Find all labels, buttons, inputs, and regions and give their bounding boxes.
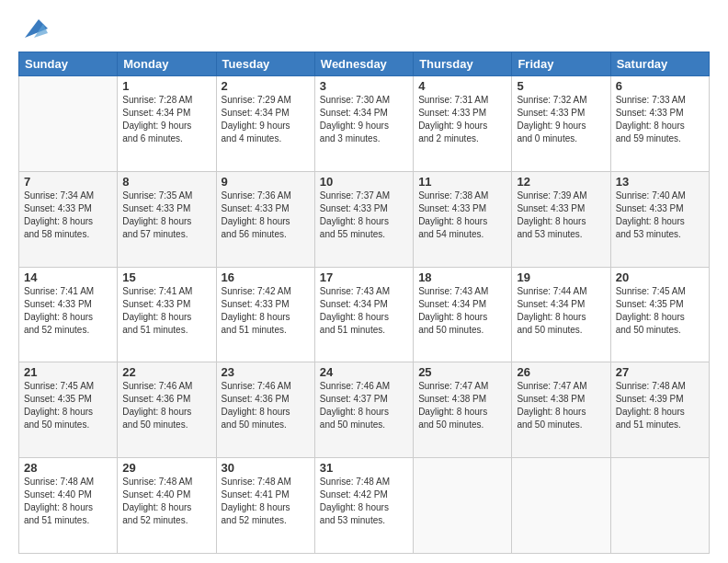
day-number: 30 (222, 461, 310, 475)
table-row: 25Sunrise: 7:47 AM Sunset: 4:38 PM Dayli… (414, 362, 512, 458)
calendar-header-row: SundayMondayTuesdayWednesdayThursdayFrid… (19, 52, 710, 76)
table-row: 14Sunrise: 7:41 AM Sunset: 4:33 PM Dayli… (19, 267, 118, 362)
day-info: Sunrise: 7:38 AM Sunset: 4:33 PM Dayligh… (418, 190, 506, 241)
calendar-header-thursday: Thursday (414, 52, 512, 76)
table-row: 26Sunrise: 7:47 AM Sunset: 4:38 PM Dayli… (512, 362, 610, 458)
day-number: 22 (122, 365, 210, 379)
day-info: Sunrise: 7:41 AM Sunset: 4:33 PM Dayligh… (122, 285, 210, 337)
day-number: 27 (616, 365, 704, 379)
calendar-week-1: 1Sunrise: 7:28 AM Sunset: 4:34 PM Daylig… (19, 76, 710, 172)
day-number: 4 (418, 79, 506, 93)
day-number: 6 (616, 79, 704, 93)
table-row: 24Sunrise: 7:46 AM Sunset: 4:37 PM Dayli… (314, 362, 413, 458)
day-info: Sunrise: 7:44 AM Sunset: 4:34 PM Dayligh… (517, 285, 605, 337)
day-number: 24 (320, 365, 408, 379)
table-row: 9Sunrise: 7:36 AM Sunset: 4:33 PM Daylig… (216, 171, 314, 267)
day-number: 10 (320, 175, 408, 189)
table-row: 6Sunrise: 7:33 AM Sunset: 4:33 PM Daylig… (610, 76, 709, 172)
day-info: Sunrise: 7:32 AM Sunset: 4:33 PM Dayligh… (517, 94, 605, 145)
day-number: 13 (616, 175, 704, 189)
day-number: 5 (517, 79, 605, 93)
day-number: 29 (122, 461, 210, 475)
table-row: 13Sunrise: 7:40 AM Sunset: 4:33 PM Dayli… (610, 171, 709, 267)
day-info: Sunrise: 7:48 AM Sunset: 4:40 PM Dayligh… (122, 476, 210, 527)
day-info: Sunrise: 7:36 AM Sunset: 4:33 PM Dayligh… (222, 190, 310, 241)
day-number: 19 (517, 270, 605, 284)
day-number: 11 (418, 175, 506, 189)
calendar-header-friday: Friday (512, 52, 610, 76)
day-number: 20 (616, 270, 704, 284)
table-row: 1Sunrise: 7:28 AM Sunset: 4:34 PM Daylig… (118, 76, 216, 172)
day-number: 12 (517, 175, 605, 189)
day-info: Sunrise: 7:45 AM Sunset: 4:35 PM Dayligh… (616, 285, 704, 337)
day-info: Sunrise: 7:40 AM Sunset: 4:33 PM Dayligh… (616, 190, 704, 241)
table-row: 17Sunrise: 7:43 AM Sunset: 4:34 PM Dayli… (314, 267, 413, 362)
table-row: 31Sunrise: 7:48 AM Sunset: 4:42 PM Dayli… (314, 458, 413, 554)
table-row: 23Sunrise: 7:46 AM Sunset: 4:36 PM Dayli… (216, 362, 314, 458)
day-info: Sunrise: 7:47 AM Sunset: 4:38 PM Dayligh… (418, 380, 506, 431)
calendar-header-monday: Monday (118, 52, 216, 76)
day-info: Sunrise: 7:41 AM Sunset: 4:33 PM Dayligh… (24, 285, 112, 337)
day-number: 7 (24, 175, 112, 189)
calendar-header-tuesday: Tuesday (216, 52, 314, 76)
day-info: Sunrise: 7:29 AM Sunset: 4:34 PM Dayligh… (222, 94, 310, 145)
day-number: 16 (222, 270, 310, 284)
table-row: 20Sunrise: 7:45 AM Sunset: 4:35 PM Dayli… (610, 267, 709, 362)
calendar-header-sunday: Sunday (19, 52, 118, 76)
calendar-table: SundayMondayTuesdayWednesdayThursdayFrid… (18, 52, 710, 554)
day-number: 14 (24, 270, 112, 284)
day-info: Sunrise: 7:45 AM Sunset: 4:35 PM Dayligh… (24, 380, 112, 431)
page: SundayMondayTuesdayWednesdayThursdayFrid… (0, 0, 728, 563)
calendar-week-5: 28Sunrise: 7:48 AM Sunset: 4:40 PM Dayli… (19, 458, 710, 554)
table-row: 16Sunrise: 7:42 AM Sunset: 4:33 PM Dayli… (216, 267, 314, 362)
calendar-week-3: 14Sunrise: 7:41 AM Sunset: 4:33 PM Dayli… (19, 267, 710, 362)
day-info: Sunrise: 7:37 AM Sunset: 4:33 PM Dayligh… (320, 190, 408, 241)
day-number: 21 (24, 365, 112, 379)
table-row (414, 458, 512, 554)
table-row: 2Sunrise: 7:29 AM Sunset: 4:34 PM Daylig… (216, 76, 314, 172)
day-info: Sunrise: 7:48 AM Sunset: 4:41 PM Dayligh… (222, 476, 310, 527)
table-row: 27Sunrise: 7:48 AM Sunset: 4:39 PM Dayli… (610, 362, 709, 458)
table-row: 10Sunrise: 7:37 AM Sunset: 4:33 PM Dayli… (314, 171, 413, 267)
day-number: 23 (222, 365, 310, 379)
day-info: Sunrise: 7:43 AM Sunset: 4:34 PM Dayligh… (320, 285, 408, 337)
day-number: 17 (320, 270, 408, 284)
day-number: 18 (418, 270, 506, 284)
day-info: Sunrise: 7:35 AM Sunset: 4:33 PM Dayligh… (122, 190, 210, 241)
table-row: 30Sunrise: 7:48 AM Sunset: 4:41 PM Dayli… (216, 458, 314, 554)
table-row (610, 458, 709, 554)
table-row: 4Sunrise: 7:31 AM Sunset: 4:33 PM Daylig… (414, 76, 512, 172)
day-number: 25 (418, 365, 506, 379)
table-row: 18Sunrise: 7:43 AM Sunset: 4:34 PM Dayli… (414, 267, 512, 362)
table-row: 11Sunrise: 7:38 AM Sunset: 4:33 PM Dayli… (414, 171, 512, 267)
table-row: 12Sunrise: 7:39 AM Sunset: 4:33 PM Dayli… (512, 171, 610, 267)
table-row (19, 76, 118, 172)
table-row: 21Sunrise: 7:45 AM Sunset: 4:35 PM Dayli… (19, 362, 118, 458)
day-info: Sunrise: 7:46 AM Sunset: 4:36 PM Dayligh… (122, 380, 210, 431)
calendar-week-4: 21Sunrise: 7:45 AM Sunset: 4:35 PM Dayli… (19, 362, 710, 458)
table-row: 3Sunrise: 7:30 AM Sunset: 4:34 PM Daylig… (314, 76, 413, 172)
day-info: Sunrise: 7:33 AM Sunset: 4:33 PM Dayligh… (616, 94, 704, 145)
day-info: Sunrise: 7:46 AM Sunset: 4:37 PM Dayligh… (320, 380, 408, 431)
day-info: Sunrise: 7:31 AM Sunset: 4:33 PM Dayligh… (418, 94, 506, 145)
day-info: Sunrise: 7:30 AM Sunset: 4:34 PM Dayligh… (320, 94, 408, 145)
calendar-header-wednesday: Wednesday (314, 52, 413, 76)
logo (18, 15, 48, 42)
table-row: 28Sunrise: 7:48 AM Sunset: 4:40 PM Dayli… (19, 458, 118, 554)
table-row: 19Sunrise: 7:44 AM Sunset: 4:34 PM Dayli… (512, 267, 610, 362)
table-row: 22Sunrise: 7:46 AM Sunset: 4:36 PM Dayli… (118, 362, 216, 458)
table-row: 8Sunrise: 7:35 AM Sunset: 4:33 PM Daylig… (118, 171, 216, 267)
day-number: 9 (222, 175, 310, 189)
day-info: Sunrise: 7:48 AM Sunset: 4:39 PM Dayligh… (616, 380, 704, 431)
day-info: Sunrise: 7:43 AM Sunset: 4:34 PM Dayligh… (418, 285, 506, 337)
table-row (512, 458, 610, 554)
day-number: 2 (222, 79, 310, 93)
calendar-header-saturday: Saturday (610, 52, 709, 76)
calendar-week-2: 7Sunrise: 7:34 AM Sunset: 4:33 PM Daylig… (19, 171, 710, 267)
table-row: 29Sunrise: 7:48 AM Sunset: 4:40 PM Dayli… (118, 458, 216, 554)
day-number: 26 (517, 365, 605, 379)
day-number: 8 (122, 175, 210, 189)
day-info: Sunrise: 7:28 AM Sunset: 4:34 PM Dayligh… (122, 94, 210, 145)
day-number: 15 (122, 270, 210, 284)
header (18, 15, 710, 42)
